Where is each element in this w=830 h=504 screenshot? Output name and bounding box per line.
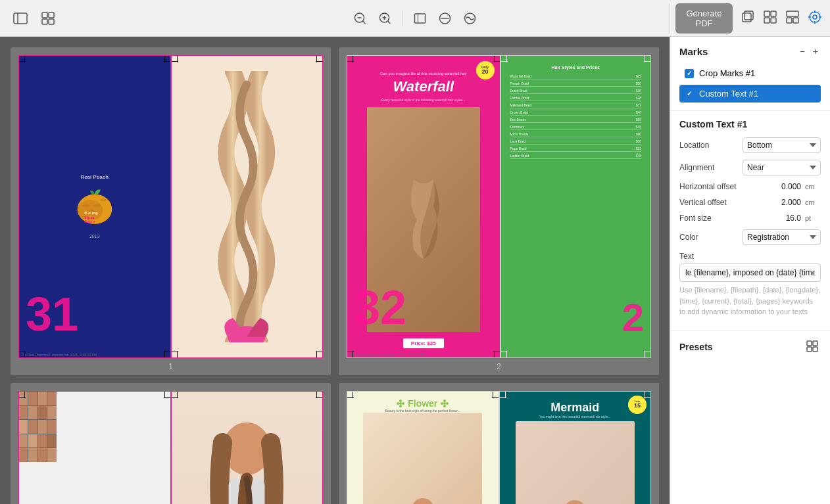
svg-rect-19: [745, 11, 753, 20]
doc-page-hairstyles: Hair Styles and Prices Waterfall Braid$2…: [500, 55, 652, 358]
panel-tab-layout[interactable]: [783, 9, 802, 28]
presets-grid-button[interactable]: [804, 339, 821, 355]
marks-add-button[interactable]: +: [810, 45, 821, 58]
svg-point-45: [402, 402, 404, 405]
page-num-31: 31: [26, 290, 78, 338]
panel-tab-marks[interactable]: [805, 9, 825, 28]
svg-point-55: [563, 500, 587, 504]
svg-point-47: [443, 400, 446, 402]
svg-rect-59: [807, 341, 812, 346]
presets-title-text: Presets: [679, 342, 713, 352]
svg-line-8: [363, 21, 366, 24]
svg-point-46: [443, 402, 446, 405]
mark-item-crop[interactable]: Crop Marks #1: [679, 64, 821, 82]
color-label: Color: [679, 233, 739, 242]
page-cell-2: Only 20 Can you imagine life of this stu…: [339, 47, 659, 375]
page-num-32: 32: [354, 284, 406, 331]
fit-width-button[interactable]: [435, 9, 456, 28]
svg-rect-23: [771, 18, 776, 23]
alignment-select[interactable]: Near Center Far: [743, 160, 821, 175]
mark-label-custom: Custom Text #1: [699, 89, 758, 99]
marks-list: Crop Marks #1 Custom Text #1: [679, 64, 821, 103]
v-offset-unit: cm: [805, 198, 821, 206]
h-offset-label: Horizontal offset: [679, 182, 739, 191]
svg-point-41: [399, 402, 402, 405]
font-size-label: Font size: [679, 214, 739, 223]
svg-point-43: [399, 405, 402, 407]
svg-point-27: [810, 12, 820, 22]
svg-text:Cata g: Cata g: [84, 220, 95, 224]
svg-point-51: [411, 498, 435, 504]
svg-point-49: [441, 402, 443, 405]
text-field-area: Text Use {filename}, {filepath}, {date},…: [679, 252, 821, 317]
svg-rect-5: [49, 19, 54, 24]
grid-view-button[interactable]: [37, 9, 59, 28]
svg-rect-13: [415, 14, 426, 23]
doc-page-braiding: Real Peach B a i: [18, 55, 171, 358]
page-cell-4: Flower Beauty is the best style of being…: [339, 383, 659, 504]
text-input[interactable]: [679, 263, 821, 282]
v-offset-value: 2.000: [743, 198, 801, 207]
doc-page-collage: Real Peach 3: [18, 391, 171, 504]
mark-checkbox-crop[interactable]: [685, 69, 694, 78]
doc-page-flower: Flower Beauty is the best style of being…: [347, 391, 499, 504]
font-size-value: 16.0: [743, 214, 801, 223]
location-label: Location: [679, 141, 739, 150]
generate-pdf-button[interactable]: Generate PDF: [675, 3, 733, 34]
page-label-1: 1: [168, 362, 173, 371]
doc-page-mermaid: Late 15 Mermaid You might love this beau…: [499, 391, 652, 504]
svg-rect-60: [813, 341, 818, 346]
font-size-row: Font size 16.0 pt: [679, 214, 821, 223]
location-select[interactable]: Bottom Top Left Right: [743, 137, 821, 153]
font-size-unit: pt: [805, 214, 821, 222]
svg-point-42: [399, 400, 402, 402]
svg-rect-2: [42, 12, 47, 18]
page-num-2: 2: [622, 298, 644, 338]
alignment-label: Alignment: [679, 163, 739, 172]
page-cell-3: Real Peach 3: [11, 383, 331, 504]
svg-point-44: [397, 402, 399, 405]
color-select[interactable]: Registration Black Cyan Magenta Yellow: [743, 229, 821, 245]
text-label: Text: [679, 252, 821, 261]
svg-point-48: [443, 405, 446, 407]
svg-rect-24: [787, 11, 798, 16]
custom-text-section: Custom Text #1 Location Bottom Top Left …: [670, 111, 830, 331]
panel-tab-grid[interactable]: [760, 9, 780, 28]
fit-spread-button[interactable]: [460, 9, 481, 28]
zoom-in-button[interactable]: [375, 9, 396, 28]
page-label-2: 2: [497, 362, 501, 371]
svg-rect-22: [764, 18, 769, 23]
doc-page-hair-1: [171, 55, 324, 358]
panels-toggle-button[interactable]: [9, 9, 32, 28]
marks-title-text: Marks: [679, 46, 708, 57]
svg-rect-21: [771, 11, 776, 16]
svg-rect-25: [787, 18, 792, 23]
presets-section: Presets: [670, 331, 830, 363]
svg-rect-20: [764, 11, 769, 16]
page-cell-1: Real Peach B a i: [11, 47, 331, 375]
mark-item-custom-text[interactable]: Custom Text #1: [679, 85, 821, 103]
svg-point-28: [813, 15, 817, 19]
doc-page-hair-model: 33: [171, 391, 324, 504]
text-hint: Use {filename}, {filepath}, {date}, {lon…: [679, 285, 821, 317]
h-offset-unit: cm: [805, 183, 821, 191]
marks-title: Marks − +: [679, 45, 821, 58]
color-row: Color Registration Black Cyan Magenta Ye…: [679, 229, 821, 245]
spread-footer-1: The Real Peach pdf, imposed on 3/3/21 5 …: [21, 353, 97, 357]
fit-page-button[interactable]: [410, 9, 431, 28]
svg-point-50: [446, 402, 449, 405]
svg-rect-18: [743, 13, 751, 22]
h-offset-row: Horizontal offset 0.000 cm: [679, 182, 821, 191]
svg-rect-0: [14, 13, 27, 24]
right-panel: Marks − + Crop Marks #1 Custom Text #1 C: [670, 37, 830, 504]
svg-rect-3: [49, 12, 54, 18]
h-offset-value: 0.000: [743, 182, 801, 191]
svg-text:Sty es: Sty es: [84, 216, 95, 220]
marks-remove-button[interactable]: −: [797, 45, 808, 58]
zoom-out-button[interactable]: [350, 9, 371, 28]
spread-footer-2: The Real Peach pdf, imposed on 3/3/21 5 …: [349, 353, 425, 357]
v-offset-label: Vertical offset: [679, 198, 739, 207]
panel-tab-duplicate[interactable]: [738, 9, 758, 28]
mark-checkbox-custom[interactable]: [685, 89, 694, 99]
doc-page-waterfall: Only 20 Can you imagine life of this stu…: [347, 55, 500, 358]
